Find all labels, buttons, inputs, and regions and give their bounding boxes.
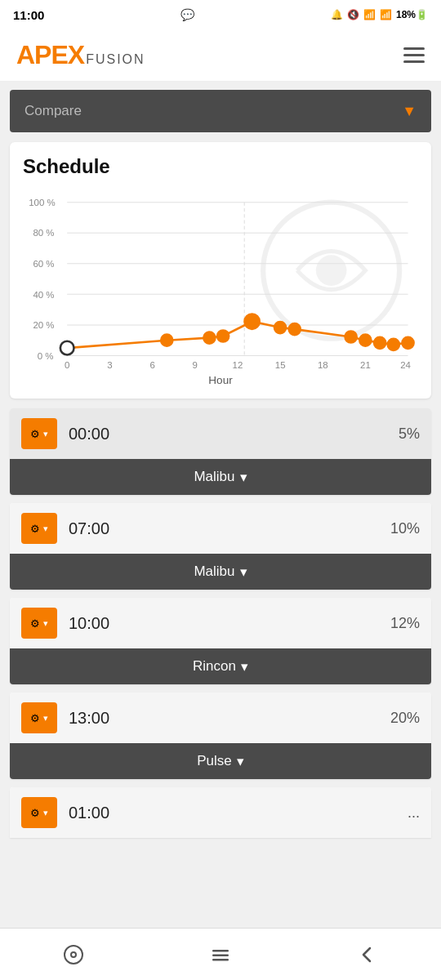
svg-point-30 [288, 323, 301, 336]
gear-icon-0: ⚙ [30, 428, 40, 440]
schedule-mode-label-0: Malibu [194, 469, 234, 485]
schedule-mode-button-2[interactable]: Rincon ▾ [10, 648, 431, 684]
wifi-icon: 📶 [363, 9, 376, 20]
svg-text:12: 12 [233, 360, 243, 370]
hamburger-line-1 [403, 47, 425, 50]
gear-button-3[interactable]: ⚙ ▾ [21, 702, 57, 733]
schedule-mode-label-2: Rincon [193, 658, 236, 675]
schedule-time-2: 10:00 [69, 614, 390, 633]
svg-text:18: 18 [318, 360, 328, 370]
svg-text:3: 3 [107, 360, 112, 370]
gear-button-partial[interactable]: ⚙ ▾ [21, 797, 57, 828]
svg-point-29 [274, 322, 287, 334]
schedule-percent-2: 12% [390, 615, 420, 632]
svg-point-37 [65, 946, 82, 964]
schedule-time-3: 13:00 [69, 709, 390, 728]
hamburger-menu-button[interactable] [403, 47, 425, 63]
svg-text:100 %: 100 % [29, 198, 56, 207]
schedule-time-1: 07:00 [69, 519, 390, 538]
nav-home-button[interactable] [49, 937, 98, 973]
schedule-item-header-0: ⚙ ▾ 00:00 5% [10, 408, 431, 459]
status-bar: 11:00 💬 🔔 🔇 📶 📶 18%🔋 [0, 0, 441, 29]
gear-arrow-1: ▾ [43, 523, 48, 534]
svg-text:9: 9 [193, 360, 198, 370]
schedule-chart[interactable]: 100 % 80 % 60 % 40 % 20 % 0 % 0 3 6 9 [23, 189, 418, 385]
schedule-item-1: ⚙ ▾ 07:00 10% Malibu ▾ [10, 503, 431, 590]
alarm-icon: 🔔 [331, 9, 343, 20]
schedule-percent-0: 5% [399, 425, 420, 443]
gear-arrow-0: ▾ [43, 429, 48, 439]
bottom-spacer [0, 848, 441, 913]
svg-point-28 [244, 314, 260, 329]
svg-rect-40 [212, 954, 229, 956]
schedule-list: ⚙ ▾ 00:00 5% Malibu ▾ ⚙ ▾ 07:00 10% Mali… [10, 408, 431, 838]
schedule-mode-button-0[interactable]: Malibu ▾ [10, 459, 431, 495]
chart-svg: 100 % 80 % 60 % 40 % 20 % 0 % 0 3 6 9 [23, 189, 418, 385]
svg-point-33 [374, 337, 386, 350]
svg-point-25 [161, 334, 173, 346]
svg-text:6: 6 [149, 360, 154, 370]
schedule-mode-arrow-1: ▾ [240, 564, 247, 581]
schedule-mode-arrow-0: ▾ [240, 469, 247, 486]
hamburger-line-2 [403, 54, 425, 56]
svg-point-38 [71, 952, 76, 957]
schedule-mode-button-1[interactable]: Malibu ▾ [10, 554, 431, 590]
schedule-mode-arrow-3: ▾ [237, 753, 244, 770]
compare-arrow-icon: ▼ [402, 103, 416, 120]
gear-icon-2: ⚙ [30, 617, 40, 630]
gear-button-0[interactable]: ⚙ ▾ [21, 418, 57, 449]
svg-point-32 [359, 334, 372, 346]
schedule-percent-1: 10% [390, 520, 420, 537]
gear-button-1[interactable]: ⚙ ▾ [21, 513, 57, 544]
svg-point-26 [203, 332, 216, 344]
schedule-mode-arrow-2: ▾ [241, 658, 248, 675]
schedule-percent-partial: ... [408, 804, 420, 822]
schedule-item-3: ⚙ ▾ 13:00 20% Pulse ▾ [10, 693, 431, 779]
schedule-item-partial: ⚙ ▾ 01:00 ... [10, 787, 431, 838]
svg-point-24 [60, 341, 74, 355]
compare-label: Compare [24, 103, 82, 119]
gear-icon-partial: ⚙ [30, 807, 40, 819]
svg-point-31 [345, 331, 357, 343]
logo-fusion: FUSION [86, 52, 145, 67]
svg-point-35 [402, 337, 414, 350]
svg-text:15: 15 [275, 360, 286, 370]
compare-dropdown[interactable]: Compare ▼ [10, 90, 431, 132]
schedule-percent-3: 20% [390, 710, 420, 727]
svg-text:60 %: 60 % [33, 259, 54, 269]
svg-text:Hour: Hour [208, 374, 233, 385]
schedule-item-2: ⚙ ▾ 10:00 12% Rincon ▾ [10, 598, 431, 684]
schedule-item-header-3: ⚙ ▾ 13:00 20% [10, 693, 431, 743]
schedule-item-0: ⚙ ▾ 00:00 5% Malibu ▾ [10, 408, 431, 495]
svg-point-27 [217, 330, 229, 342]
home-icon [62, 943, 85, 966]
schedule-title: Schedule [23, 155, 418, 178]
schedule-time-partial: 01:00 [69, 804, 408, 822]
svg-text:40 %: 40 % [33, 290, 54, 300]
svg-rect-41 [212, 959, 229, 961]
gear-button-2[interactable]: ⚙ ▾ [21, 608, 57, 639]
logo-apex: APEX [16, 40, 84, 70]
nav-back-button[interactable] [343, 937, 392, 973]
app-header: APEX FUSION [0, 29, 441, 82]
gear-icon-1: ⚙ [30, 523, 40, 535]
status-time: 11:00 [13, 8, 44, 22]
bottom-nav [0, 928, 441, 980]
app-logo: APEX FUSION [16, 40, 145, 70]
nav-menu-button[interactable] [196, 937, 245, 973]
schedule-mode-button-3[interactable]: Pulse ▾ [10, 743, 431, 779]
svg-text:0: 0 [65, 360, 69, 370]
schedule-mode-label-3: Pulse [197, 753, 232, 769]
svg-text:80 %: 80 % [33, 228, 54, 238]
svg-point-1 [316, 255, 347, 286]
schedule-time-0: 00:00 [69, 425, 399, 443]
signal-icon: 📶 [380, 9, 392, 20]
nav-menu-icon [209, 943, 232, 966]
schedule-item-header-1: ⚙ ▾ 07:00 10% [10, 503, 431, 554]
svg-text:20 %: 20 % [33, 320, 54, 330]
status-message-icon: 💬 [180, 8, 194, 21]
schedule-card: Schedule 100 % 80 % 60 % 40 % 20 % [10, 142, 431, 399]
gear-arrow-2: ▾ [43, 618, 48, 629]
svg-text:24: 24 [400, 360, 411, 370]
svg-text:21: 21 [360, 360, 371, 370]
